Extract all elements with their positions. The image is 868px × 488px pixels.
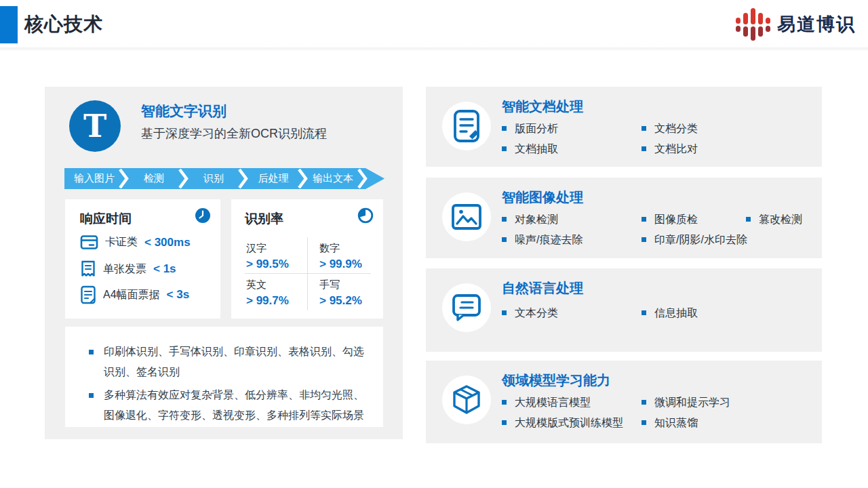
feature-item: 图像质检 — [642, 213, 747, 226]
logo-bar-column — [736, 18, 741, 32]
panel-subtitle: 基于深度学习的全新OCR识别流程 — [141, 125, 327, 142]
feature-item: 信息抽取 — [642, 306, 698, 320]
panel-column: 信息抽取 — [642, 306, 698, 320]
chevron-separator-icon — [357, 168, 368, 189]
panel-title: 智能文字识别 — [141, 102, 226, 121]
panel-text-recognition: T 智能文字识别 基于深度学习的全新OCR识别流程 输入图片 检测 识别 后处理… — [45, 87, 403, 439]
flow-step: 输入图片 — [64, 168, 124, 189]
accuracy-cell: 数字 > 99.9% — [308, 237, 371, 274]
accuracy-cell: 手写 > 95.2% — [308, 274, 371, 310]
response-row: 卡证类 < 300ms — [80, 235, 191, 250]
card-title: 响应时间 — [80, 210, 132, 228]
feature-label: 大规模语言模型 — [515, 396, 591, 409]
response-label: 单张发票 — [103, 262, 146, 277]
bullet-square-icon — [642, 146, 646, 151]
feature-label: 文档比对 — [654, 142, 698, 156]
cube-icon — [452, 384, 481, 415]
invoice-icon — [80, 260, 96, 278]
logo-text: 易道博识 — [777, 12, 856, 37]
feature-label: 大规模版式预训练模型 — [515, 416, 623, 430]
card-icon — [80, 235, 98, 250]
panel-column: 大规模语言模型 大规模版式预训练模型 — [502, 396, 623, 430]
accuracy-label: 英文 — [246, 279, 307, 291]
bullet-square-icon — [642, 126, 646, 131]
panel-title: 自然语言处理 — [502, 279, 583, 298]
feature-item: 大规模版式预训练模型 — [502, 416, 623, 430]
pie-chart-icon — [357, 207, 374, 224]
response-value: < 1s — [153, 262, 176, 276]
feature-label: 微调和提示学习 — [654, 396, 730, 409]
page-title: 核心技术 — [24, 12, 103, 37]
bullet-square-icon — [502, 237, 507, 242]
card-title: 识别率 — [245, 210, 283, 228]
panel-title: 智能图像处理 — [502, 188, 583, 207]
bullet-square-icon — [642, 217, 646, 222]
panel-title: 领域模型学习能力 — [502, 371, 610, 390]
response-row: 单张发票 < 1s — [80, 260, 176, 278]
header: 核心技术 易道博识 — [0, 0, 868, 47]
feature-item: 噪声/痕迹去除 — [502, 233, 583, 247]
list-item: 多种算法有效应对复杂背景、低分辨率、非均匀光照、图像退化、字符变形、透视变形、多… — [89, 385, 366, 426]
feature-label: 知识蒸馏 — [654, 416, 698, 430]
panel-icon-circle — [442, 102, 491, 150]
bullet-square-icon — [642, 400, 646, 405]
panel-column: 图像质检 印章/阴影/水印去除 — [642, 213, 747, 247]
panel-document-processing: 智能文档处理 版面分析 文档抽取 文档分类 文档比对 — [426, 87, 822, 167]
accuracy-label: 手写 — [319, 279, 371, 291]
flow-step: 后处理 — [243, 168, 303, 189]
bullet-square-icon — [502, 146, 507, 151]
text-recognition-icon: T — [69, 100, 121, 152]
bullet-square-icon — [746, 217, 751, 222]
accuracy-value: > 95.2% — [319, 294, 371, 308]
chat-icon — [452, 294, 481, 321]
feature-label: 信息抽取 — [654, 306, 698, 320]
feature-item: 文本分类 — [502, 306, 558, 320]
logo-bar-column — [743, 13, 748, 37]
chevron-separator-icon — [298, 168, 309, 189]
accuracy-card: 识别率 汉字 > 99.5% 数字 > 99.9% 英文 > 99.7% — [231, 199, 383, 319]
panel-icon-circle — [442, 283, 491, 332]
feature-item: 印章/阴影/水印去除 — [642, 233, 747, 247]
chevron-separator-icon — [178, 168, 189, 189]
slide: 核心技术 易道博识 T 智能文字识别 基于深度学习的全新OCR识别流程 输入图片… — [0, 0, 868, 488]
response-time-card: 响应时间 卡证类 < 300ms 单张发票 — [65, 199, 220, 319]
list-item: 印刷体识别、手写体识别、印章识别、表格识别、勾选识别、签名识别 — [89, 342, 366, 382]
panel-nlp: 自然语言处理 文本分类 信息抽取 — [426, 268, 822, 352]
bullet-square-icon — [502, 420, 507, 425]
feature-item: 知识蒸馏 — [642, 416, 730, 430]
accuracy-value: > 99.5% — [246, 258, 307, 271]
feature-item: 篡改检测 — [746, 213, 802, 226]
response-label: A4幅面票据 — [103, 288, 160, 302]
accuracy-value: > 99.9% — [319, 258, 371, 271]
feature-label: 文档抽取 — [515, 142, 558, 156]
feature-label: 篡改检测 — [759, 213, 802, 226]
capabilities-list: 印刷体识别、手写体识别、印章识别、表格识别、勾选识别、签名识别 多种算法有效应对… — [65, 327, 383, 426]
feature-label: 版面分析 — [515, 122, 558, 136]
response-label: 卡证类 — [105, 235, 138, 249]
panel-column: 微调和提示学习 知识蒸馏 — [642, 396, 730, 430]
panel-model-learning: 领域模型学习能力 大规模语言模型 大规模版式预训练模型 微调和提示学习 知识蒸馏 — [426, 361, 822, 443]
ocr-flow-bar: 输入图片 检测 识别 后处理 输出文本 — [64, 168, 384, 189]
flow-step: 检测 — [124, 168, 184, 189]
bullet-square-icon — [89, 350, 94, 354]
feature-item: 文档抽取 — [502, 142, 558, 156]
feature-label: 噪声/痕迹去除 — [515, 233, 583, 247]
accuracy-grid: 汉字 > 99.5% 数字 > 99.9% 英文 > 99.7% 手写 > 95… — [245, 237, 371, 310]
company-logo: 易道博识 — [736, 5, 856, 43]
accuracy-cell: 英文 > 99.7% — [245, 274, 308, 310]
bullet-square-icon — [502, 126, 507, 131]
feature-item: 版面分析 — [502, 122, 558, 136]
panel-icon-circle — [442, 375, 491, 424]
logo-icon — [736, 5, 770, 43]
feature-item: 文档比对 — [642, 142, 698, 156]
logo-bar-column — [751, 8, 755, 41]
accuracy-label: 数字 — [319, 242, 371, 255]
bullet-square-icon — [502, 310, 507, 315]
feature-label: 文档分类 — [654, 122, 698, 136]
response-value: < 3s — [167, 288, 190, 302]
letter-t-icon: T — [83, 110, 106, 142]
bullet-square-icon — [642, 237, 646, 242]
chevron-separator-icon — [238, 168, 249, 189]
clock-icon — [195, 207, 211, 224]
bullet-text: 多种算法有效应对复杂背景、低分辨率、非均匀光照、图像退化、字符变形、透视变形、多… — [104, 389, 364, 421]
